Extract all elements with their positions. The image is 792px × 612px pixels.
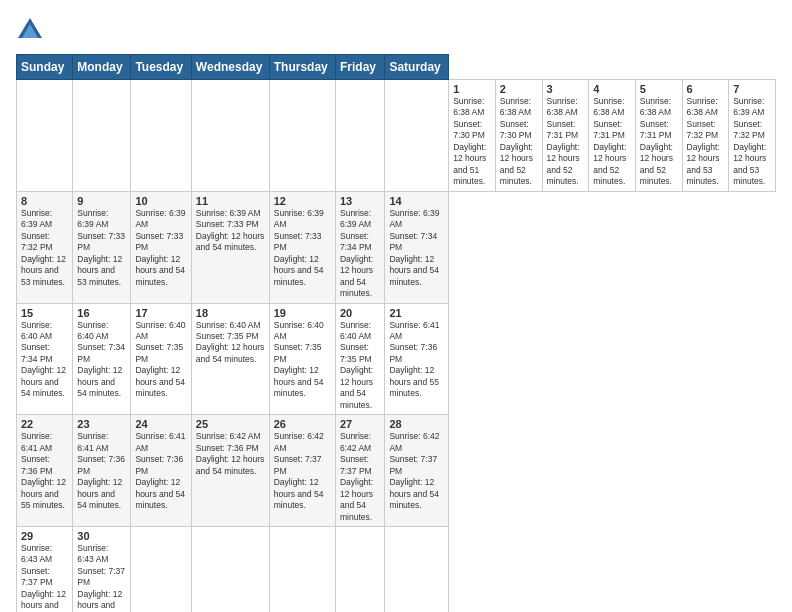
calendar-cell: 7Sunrise: 6:39 AMSunset: 7:32 PMDaylight…	[729, 80, 776, 192]
day-number: 14	[389, 195, 444, 207]
day-number: 16	[77, 307, 126, 319]
day-number: 15	[21, 307, 68, 319]
calendar-cell: 1Sunrise: 6:38 AMSunset: 7:30 PMDaylight…	[449, 80, 496, 192]
day-number: 29	[21, 530, 68, 542]
calendar-cell: 17Sunrise: 6:40 AMSunset: 7:35 PMDayligh…	[131, 303, 191, 415]
day-number: 26	[274, 418, 331, 430]
calendar-cell: 13Sunrise: 6:39 AMSunset: 7:34 PMDayligh…	[335, 191, 384, 303]
day-number: 22	[21, 418, 68, 430]
calendar-cell: 26Sunrise: 6:42 AMSunset: 7:37 PMDayligh…	[269, 415, 335, 527]
day-number: 5	[640, 83, 678, 95]
cell-details: Sunrise: 6:38 AMSunset: 7:32 PMDaylight:…	[687, 96, 725, 188]
day-number: 3	[547, 83, 585, 95]
day-number: 18	[196, 307, 265, 319]
logo-icon	[16, 16, 44, 44]
calendar-cell: 30Sunrise: 6:43 AMSunset: 7:37 PMDayligh…	[73, 527, 131, 613]
day-number: 8	[21, 195, 68, 207]
calendar-cell: 2Sunrise: 6:38 AMSunset: 7:30 PMDaylight…	[495, 80, 542, 192]
calendar-cell: 23Sunrise: 6:41 AMSunset: 7:36 PMDayligh…	[73, 415, 131, 527]
day-number: 12	[274, 195, 331, 207]
cell-details: Sunrise: 6:39 AMSunset: 7:33 PMDaylight:…	[135, 208, 186, 288]
calendar-cell: 25Sunrise: 6:42 AMSunset: 7:36 PMDayligh…	[191, 415, 269, 527]
calendar-cell: 14Sunrise: 6:39 AMSunset: 7:34 PMDayligh…	[385, 191, 449, 303]
calendar-cell	[131, 527, 191, 613]
weekday-header-sunday: Sunday	[17, 55, 73, 80]
header	[16, 16, 776, 44]
calendar-cell	[73, 80, 131, 192]
calendar-cell: 4Sunrise: 6:38 AMSunset: 7:31 PMDaylight…	[589, 80, 636, 192]
cell-details: Sunrise: 6:43 AMSunset: 7:37 PMDaylight:…	[21, 543, 68, 612]
calendar-cell	[385, 527, 449, 613]
cell-details: Sunrise: 6:39 AMSunset: 7:34 PMDaylight:…	[340, 208, 380, 300]
cell-details: Sunrise: 6:41 AMSunset: 7:36 PMDaylight:…	[21, 431, 68, 511]
day-number: 10	[135, 195, 186, 207]
cell-details: Sunrise: 6:39 AMSunset: 7:33 PMDaylight:…	[274, 208, 331, 288]
cell-details: Sunrise: 6:40 AMSunset: 7:35 PMDaylight:…	[196, 320, 265, 366]
cell-details: Sunrise: 6:39 AMSunset: 7:32 PMDaylight:…	[21, 208, 68, 288]
calendar-cell: 29Sunrise: 6:43 AMSunset: 7:37 PMDayligh…	[17, 527, 73, 613]
calendar-cell	[335, 80, 384, 192]
calendar-cell: 3Sunrise: 6:38 AMSunset: 7:31 PMDaylight…	[542, 80, 589, 192]
day-number: 9	[77, 195, 126, 207]
cell-details: Sunrise: 6:39 AMSunset: 7:33 PMDaylight:…	[196, 208, 265, 254]
calendar: SundayMondayTuesdayWednesdayThursdayFrid…	[16, 54, 776, 612]
cell-details: Sunrise: 6:38 AMSunset: 7:31 PMDaylight:…	[640, 96, 678, 188]
day-number: 23	[77, 418, 126, 430]
calendar-week-1: 1Sunrise: 6:38 AMSunset: 7:30 PMDaylight…	[17, 80, 776, 192]
cell-details: Sunrise: 6:42 AMSunset: 7:37 PMDaylight:…	[274, 431, 331, 511]
calendar-week-4: 22Sunrise: 6:41 AMSunset: 7:36 PMDayligh…	[17, 415, 776, 527]
calendar-cell: 16Sunrise: 6:40 AMSunset: 7:34 PMDayligh…	[73, 303, 131, 415]
calendar-cell: 24Sunrise: 6:41 AMSunset: 7:36 PMDayligh…	[131, 415, 191, 527]
page: SundayMondayTuesdayWednesdayThursdayFrid…	[0, 0, 792, 612]
cell-details: Sunrise: 6:40 AMSunset: 7:35 PMDaylight:…	[135, 320, 186, 400]
calendar-cell: 12Sunrise: 6:39 AMSunset: 7:33 PMDayligh…	[269, 191, 335, 303]
calendar-cell: 10Sunrise: 6:39 AMSunset: 7:33 PMDayligh…	[131, 191, 191, 303]
day-number: 30	[77, 530, 126, 542]
calendar-cell: 21Sunrise: 6:41 AMSunset: 7:36 PMDayligh…	[385, 303, 449, 415]
cell-details: Sunrise: 6:41 AMSunset: 7:36 PMDaylight:…	[77, 431, 126, 511]
cell-details: Sunrise: 6:39 AMSunset: 7:34 PMDaylight:…	[389, 208, 444, 288]
calendar-cell	[17, 80, 73, 192]
calendar-cell	[269, 527, 335, 613]
calendar-cell	[131, 80, 191, 192]
day-number: 17	[135, 307, 186, 319]
cell-details: Sunrise: 6:42 AMSunset: 7:37 PMDaylight:…	[389, 431, 444, 511]
cell-details: Sunrise: 6:40 AMSunset: 7:34 PMDaylight:…	[77, 320, 126, 400]
day-number: 1	[453, 83, 491, 95]
cell-details: Sunrise: 6:41 AMSunset: 7:36 PMDaylight:…	[389, 320, 444, 400]
calendar-cell	[269, 80, 335, 192]
cell-details: Sunrise: 6:38 AMSunset: 7:30 PMDaylight:…	[500, 96, 538, 188]
calendar-cell: 28Sunrise: 6:42 AMSunset: 7:37 PMDayligh…	[385, 415, 449, 527]
cell-details: Sunrise: 6:40 AMSunset: 7:35 PMDaylight:…	[340, 320, 380, 412]
cell-details: Sunrise: 6:38 AMSunset: 7:31 PMDaylight:…	[593, 96, 631, 188]
cell-details: Sunrise: 6:38 AMSunset: 7:31 PMDaylight:…	[547, 96, 585, 188]
cell-details: Sunrise: 6:43 AMSunset: 7:37 PMDaylight:…	[77, 543, 126, 612]
calendar-cell: 6Sunrise: 6:38 AMSunset: 7:32 PMDaylight…	[682, 80, 729, 192]
day-number: 6	[687, 83, 725, 95]
day-number: 20	[340, 307, 380, 319]
calendar-cell: 20Sunrise: 6:40 AMSunset: 7:35 PMDayligh…	[335, 303, 384, 415]
calendar-week-3: 15Sunrise: 6:40 AMSunset: 7:34 PMDayligh…	[17, 303, 776, 415]
calendar-week-2: 8Sunrise: 6:39 AMSunset: 7:32 PMDaylight…	[17, 191, 776, 303]
calendar-cell: 11Sunrise: 6:39 AMSunset: 7:33 PMDayligh…	[191, 191, 269, 303]
calendar-cell: 5Sunrise: 6:38 AMSunset: 7:31 PMDaylight…	[635, 80, 682, 192]
calendar-cell: 19Sunrise: 6:40 AMSunset: 7:35 PMDayligh…	[269, 303, 335, 415]
day-number: 25	[196, 418, 265, 430]
day-number: 4	[593, 83, 631, 95]
calendar-cell	[385, 80, 449, 192]
cell-details: Sunrise: 6:40 AMSunset: 7:34 PMDaylight:…	[21, 320, 68, 400]
day-number: 2	[500, 83, 538, 95]
cell-details: Sunrise: 6:40 AMSunset: 7:35 PMDaylight:…	[274, 320, 331, 400]
cell-details: Sunrise: 6:42 AMSunset: 7:37 PMDaylight:…	[340, 431, 380, 523]
day-number: 21	[389, 307, 444, 319]
calendar-cell	[335, 527, 384, 613]
day-number: 7	[733, 83, 771, 95]
weekday-header-friday: Friday	[335, 55, 384, 80]
cell-details: Sunrise: 6:38 AMSunset: 7:30 PMDaylight:…	[453, 96, 491, 188]
weekday-header-saturday: Saturday	[385, 55, 449, 80]
calendar-cell: 9Sunrise: 6:39 AMSunset: 7:33 PMDaylight…	[73, 191, 131, 303]
weekday-header-tuesday: Tuesday	[131, 55, 191, 80]
day-number: 13	[340, 195, 380, 207]
day-number: 11	[196, 195, 265, 207]
calendar-cell: 27Sunrise: 6:42 AMSunset: 7:37 PMDayligh…	[335, 415, 384, 527]
